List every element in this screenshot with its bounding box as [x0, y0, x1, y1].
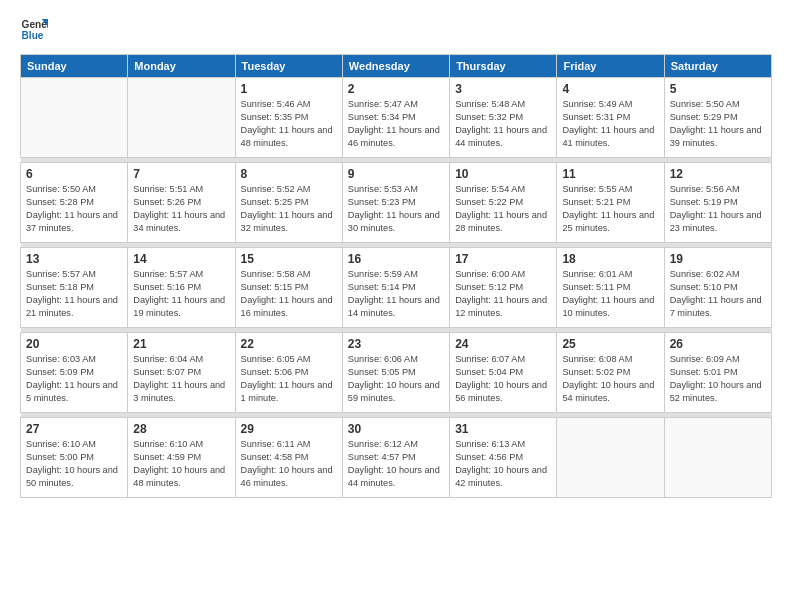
day-info: Sunrise: 5:59 AMSunset: 5:14 PMDaylight:… — [348, 268, 444, 320]
calendar-cell: 4Sunrise: 5:49 AMSunset: 5:31 PMDaylight… — [557, 78, 664, 158]
calendar-cell: 31Sunrise: 6:13 AMSunset: 4:56 PMDayligh… — [450, 418, 557, 498]
day-info: Sunrise: 6:07 AMSunset: 5:04 PMDaylight:… — [455, 353, 551, 405]
calendar-cell: 25Sunrise: 6:08 AMSunset: 5:02 PMDayligh… — [557, 333, 664, 413]
weekday-header-monday: Monday — [128, 55, 235, 78]
calendar-cell — [557, 418, 664, 498]
calendar-cell: 9Sunrise: 5:53 AMSunset: 5:23 PMDaylight… — [342, 163, 449, 243]
weekday-header-sunday: Sunday — [21, 55, 128, 78]
header: General Blue — [20, 16, 772, 44]
day-info: Sunrise: 5:46 AMSunset: 5:35 PMDaylight:… — [241, 98, 337, 150]
page: General Blue SundayMondayTuesdayWednesda… — [0, 0, 792, 508]
calendar-cell: 21Sunrise: 6:04 AMSunset: 5:07 PMDayligh… — [128, 333, 235, 413]
calendar-cell: 11Sunrise: 5:55 AMSunset: 5:21 PMDayligh… — [557, 163, 664, 243]
day-number: 14 — [133, 252, 229, 266]
calendar-cell: 19Sunrise: 6:02 AMSunset: 5:10 PMDayligh… — [664, 248, 771, 328]
week-row-5: 27Sunrise: 6:10 AMSunset: 5:00 PMDayligh… — [21, 418, 772, 498]
day-info: Sunrise: 5:55 AMSunset: 5:21 PMDaylight:… — [562, 183, 658, 235]
calendar-cell — [21, 78, 128, 158]
calendar-cell: 2Sunrise: 5:47 AMSunset: 5:34 PMDaylight… — [342, 78, 449, 158]
day-info: Sunrise: 5:56 AMSunset: 5:19 PMDaylight:… — [670, 183, 766, 235]
calendar-cell: 12Sunrise: 5:56 AMSunset: 5:19 PMDayligh… — [664, 163, 771, 243]
calendar-cell: 20Sunrise: 6:03 AMSunset: 5:09 PMDayligh… — [21, 333, 128, 413]
calendar-cell: 18Sunrise: 6:01 AMSunset: 5:11 PMDayligh… — [557, 248, 664, 328]
day-info: Sunrise: 5:49 AMSunset: 5:31 PMDaylight:… — [562, 98, 658, 150]
day-info: Sunrise: 6:03 AMSunset: 5:09 PMDaylight:… — [26, 353, 122, 405]
day-info: Sunrise: 6:01 AMSunset: 5:11 PMDaylight:… — [562, 268, 658, 320]
calendar-cell: 13Sunrise: 5:57 AMSunset: 5:18 PMDayligh… — [21, 248, 128, 328]
day-number: 29 — [241, 422, 337, 436]
calendar-cell — [128, 78, 235, 158]
calendar-cell: 17Sunrise: 6:00 AMSunset: 5:12 PMDayligh… — [450, 248, 557, 328]
day-number: 21 — [133, 337, 229, 351]
day-number: 22 — [241, 337, 337, 351]
day-number: 8 — [241, 167, 337, 181]
day-number: 18 — [562, 252, 658, 266]
day-info: Sunrise: 5:51 AMSunset: 5:26 PMDaylight:… — [133, 183, 229, 235]
calendar-cell: 22Sunrise: 6:05 AMSunset: 5:06 PMDayligh… — [235, 333, 342, 413]
calendar-cell: 28Sunrise: 6:10 AMSunset: 4:59 PMDayligh… — [128, 418, 235, 498]
day-info: Sunrise: 6:04 AMSunset: 5:07 PMDaylight:… — [133, 353, 229, 405]
day-info: Sunrise: 5:47 AMSunset: 5:34 PMDaylight:… — [348, 98, 444, 150]
day-number: 30 — [348, 422, 444, 436]
week-row-2: 6Sunrise: 5:50 AMSunset: 5:28 PMDaylight… — [21, 163, 772, 243]
week-row-3: 13Sunrise: 5:57 AMSunset: 5:18 PMDayligh… — [21, 248, 772, 328]
calendar-cell: 16Sunrise: 5:59 AMSunset: 5:14 PMDayligh… — [342, 248, 449, 328]
day-number: 31 — [455, 422, 551, 436]
day-number: 10 — [455, 167, 551, 181]
calendar-cell: 30Sunrise: 6:12 AMSunset: 4:57 PMDayligh… — [342, 418, 449, 498]
calendar-cell: 7Sunrise: 5:51 AMSunset: 5:26 PMDaylight… — [128, 163, 235, 243]
day-info: Sunrise: 6:10 AMSunset: 5:00 PMDaylight:… — [26, 438, 122, 490]
day-info: Sunrise: 5:58 AMSunset: 5:15 PMDaylight:… — [241, 268, 337, 320]
day-info: Sunrise: 5:50 AMSunset: 5:28 PMDaylight:… — [26, 183, 122, 235]
day-info: Sunrise: 5:52 AMSunset: 5:25 PMDaylight:… — [241, 183, 337, 235]
day-number: 9 — [348, 167, 444, 181]
week-row-4: 20Sunrise: 6:03 AMSunset: 5:09 PMDayligh… — [21, 333, 772, 413]
weekday-header-wednesday: Wednesday — [342, 55, 449, 78]
logo: General Blue — [20, 16, 48, 44]
day-info: Sunrise: 5:57 AMSunset: 5:16 PMDaylight:… — [133, 268, 229, 320]
day-info: Sunrise: 6:00 AMSunset: 5:12 PMDaylight:… — [455, 268, 551, 320]
day-number: 7 — [133, 167, 229, 181]
weekday-header-tuesday: Tuesday — [235, 55, 342, 78]
day-info: Sunrise: 6:05 AMSunset: 5:06 PMDaylight:… — [241, 353, 337, 405]
day-number: 4 — [562, 82, 658, 96]
calendar-cell — [664, 418, 771, 498]
day-info: Sunrise: 6:13 AMSunset: 4:56 PMDaylight:… — [455, 438, 551, 490]
day-number: 24 — [455, 337, 551, 351]
calendar-cell: 5Sunrise: 5:50 AMSunset: 5:29 PMDaylight… — [664, 78, 771, 158]
calendar-cell: 15Sunrise: 5:58 AMSunset: 5:15 PMDayligh… — [235, 248, 342, 328]
day-info: Sunrise: 6:11 AMSunset: 4:58 PMDaylight:… — [241, 438, 337, 490]
day-number: 12 — [670, 167, 766, 181]
calendar-cell: 23Sunrise: 6:06 AMSunset: 5:05 PMDayligh… — [342, 333, 449, 413]
day-number: 28 — [133, 422, 229, 436]
svg-text:Blue: Blue — [22, 30, 44, 41]
weekday-header-row: SundayMondayTuesdayWednesdayThursdayFrid… — [21, 55, 772, 78]
calendar-cell: 26Sunrise: 6:09 AMSunset: 5:01 PMDayligh… — [664, 333, 771, 413]
day-number: 26 — [670, 337, 766, 351]
weekday-header-thursday: Thursday — [450, 55, 557, 78]
calendar-cell: 24Sunrise: 6:07 AMSunset: 5:04 PMDayligh… — [450, 333, 557, 413]
day-info: Sunrise: 6:08 AMSunset: 5:02 PMDaylight:… — [562, 353, 658, 405]
day-info: Sunrise: 5:54 AMSunset: 5:22 PMDaylight:… — [455, 183, 551, 235]
day-number: 5 — [670, 82, 766, 96]
day-number: 1 — [241, 82, 337, 96]
calendar-cell: 6Sunrise: 5:50 AMSunset: 5:28 PMDaylight… — [21, 163, 128, 243]
weekday-header-saturday: Saturday — [664, 55, 771, 78]
weekday-header-friday: Friday — [557, 55, 664, 78]
day-number: 23 — [348, 337, 444, 351]
day-info: Sunrise: 6:10 AMSunset: 4:59 PMDaylight:… — [133, 438, 229, 490]
day-info: Sunrise: 6:02 AMSunset: 5:10 PMDaylight:… — [670, 268, 766, 320]
day-number: 3 — [455, 82, 551, 96]
calendar-table: SundayMondayTuesdayWednesdayThursdayFrid… — [20, 54, 772, 498]
day-info: Sunrise: 5:57 AMSunset: 5:18 PMDaylight:… — [26, 268, 122, 320]
calendar-cell: 1Sunrise: 5:46 AMSunset: 5:35 PMDaylight… — [235, 78, 342, 158]
day-number: 15 — [241, 252, 337, 266]
day-number: 2 — [348, 82, 444, 96]
day-number: 27 — [26, 422, 122, 436]
day-info: Sunrise: 5:50 AMSunset: 5:29 PMDaylight:… — [670, 98, 766, 150]
calendar-cell: 10Sunrise: 5:54 AMSunset: 5:22 PMDayligh… — [450, 163, 557, 243]
day-number: 13 — [26, 252, 122, 266]
day-info: Sunrise: 5:53 AMSunset: 5:23 PMDaylight:… — [348, 183, 444, 235]
day-info: Sunrise: 5:48 AMSunset: 5:32 PMDaylight:… — [455, 98, 551, 150]
week-row-1: 1Sunrise: 5:46 AMSunset: 5:35 PMDaylight… — [21, 78, 772, 158]
